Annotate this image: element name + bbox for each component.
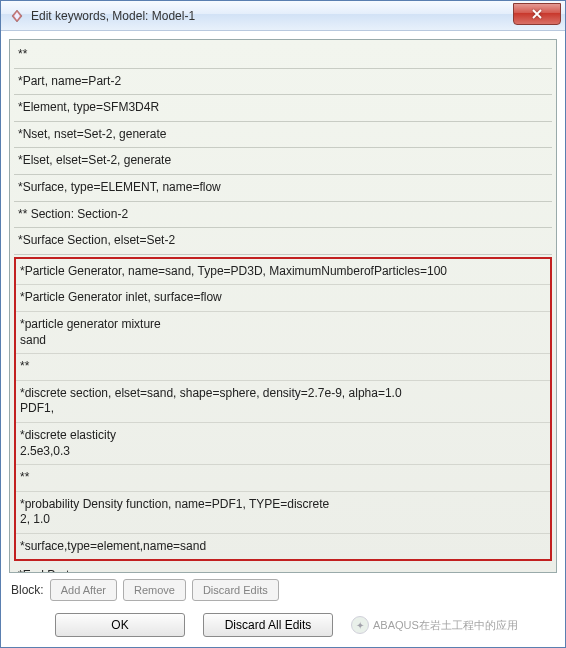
content-area: ** *Part, name=Part-2 *Element, type=SFM…	[1, 31, 565, 607]
discard-all-button[interactable]: Discard All Edits	[203, 613, 333, 637]
keyword-line[interactable]: *Nset, nset=Set-2, generate	[14, 122, 552, 149]
keyword-line[interactable]: *particle generator mixture sand	[16, 312, 550, 354]
titlebar: Edit keywords, Model: Model-1	[1, 1, 565, 31]
keyword-line[interactable]: *Surface, type=ELEMENT, name=flow	[14, 175, 552, 202]
close-icon	[531, 9, 543, 19]
dialog-window: Edit keywords, Model: Model-1 ** *Part, …	[0, 0, 566, 648]
keyword-line[interactable]: *Particle Generator, name=sand, Type=PD3…	[16, 259, 550, 286]
close-button[interactable]	[513, 3, 561, 25]
add-after-button[interactable]: Add After	[50, 579, 117, 601]
highlighted-block: *Particle Generator, name=sand, Type=PD3…	[14, 257, 552, 562]
discard-edits-button[interactable]: Discard Edits	[192, 579, 279, 601]
keyword-line[interactable]: *discrete elasticity 2.5e3,0.3	[16, 423, 550, 465]
keyword-line[interactable]: *probability Density function, name=PDF1…	[16, 492, 550, 534]
watermark-icon: ✦	[351, 616, 369, 634]
keyword-line[interactable]: **	[16, 465, 550, 492]
window-title: Edit keywords, Model: Model-1	[31, 9, 513, 23]
keyword-line[interactable]: *Surface Section, elset=Set-2	[14, 228, 552, 255]
remove-button[interactable]: Remove	[123, 579, 186, 601]
keyword-line[interactable]: **	[14, 42, 552, 69]
keyword-line[interactable]: *discrete section, elset=sand, shape=sph…	[16, 381, 550, 423]
watermark-text: ABAQUS在岩土工程中的应用	[373, 618, 518, 633]
keyword-line[interactable]: *surface,type=element,name=sand	[16, 534, 550, 560]
keyword-line[interactable]: *Part, name=Part-2	[14, 69, 552, 96]
ok-button[interactable]: OK	[55, 613, 185, 637]
block-label: Block:	[11, 583, 44, 597]
keyword-line[interactable]: *Element, type=SFM3D4R	[14, 95, 552, 122]
watermark: ✦ ABAQUS在岩土工程中的应用	[351, 616, 557, 634]
dialog-footer: OK Discard All Edits ✦ ABAQUS在岩土工程中的应用	[1, 607, 565, 647]
keyword-line[interactable]: *Particle Generator inlet, surface=flow	[16, 285, 550, 312]
keyword-line[interactable]: **	[16, 354, 550, 381]
keyword-line[interactable]: *Elset, elset=Set-2, generate	[14, 148, 552, 175]
app-icon	[9, 8, 25, 24]
block-toolbar: Block: Add After Remove Discard Edits	[9, 573, 557, 607]
keyword-line[interactable]: ** Section: Section-2	[14, 202, 552, 229]
keyword-list[interactable]: ** *Part, name=Part-2 *Element, type=SFM…	[9, 39, 557, 573]
keyword-line[interactable]: *End Part	[14, 563, 552, 573]
